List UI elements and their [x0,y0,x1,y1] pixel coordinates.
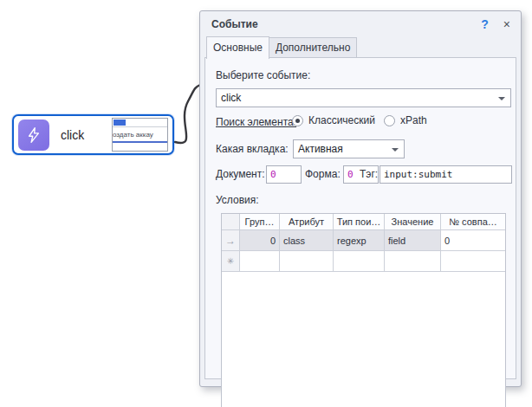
thumbnail-divider [113,126,167,127]
table-row[interactable]: → 0 class regexp field 0 [222,230,505,251]
which-tab-label: Какая вкладка: [216,143,289,155]
conditions-table[interactable]: Груп… Атрибут Тип пои… Значение № совпа…… [221,213,506,407]
cell-attribute[interactable]: class [280,230,334,251]
which-tab-combobox-value: Активная [298,143,343,155]
cell-value-empty[interactable] [385,251,441,272]
tab-page-main: Выберите событие: click Поиск элемента: … [204,57,516,379]
cell-match-no[interactable]: 0 [441,230,505,251]
dialog-titlebar: Событие ? × [200,11,521,35]
cell-match-no-empty[interactable] [441,251,505,272]
thumbnail-selection-chip [114,120,126,126]
cell-group[interactable]: 0 [240,230,280,251]
tag-label: Тэг: [360,168,378,180]
header-group[interactable]: Груп… [240,214,280,230]
table-empty-area [222,272,505,407]
new-row-star-icon: ✳ [222,251,240,272]
lightning-bolt-glyph [25,126,42,144]
form-label: Форма: [305,168,341,180]
element-search-link[interactable]: Поиск элемента: [216,116,296,128]
header-selector-cell [222,214,240,230]
cell-value[interactable]: field [385,230,441,251]
event-node[interactable]: click оздать аккау [12,114,174,155]
cell-group-empty[interactable] [240,251,280,272]
close-button[interactable]: × [503,17,510,31]
header-attribute[interactable]: Атрибут [280,214,334,230]
node-label: click [61,128,84,142]
lightning-icon [18,120,49,151]
radio-xpath[interactable]: xPath [384,114,427,126]
radio-selected-icon [292,115,303,126]
current-row-arrow-icon: → [222,230,240,251]
radio-xpath-label: xPath [400,114,427,126]
radio-classic[interactable]: Классический [292,114,375,126]
header-value[interactable]: Значение [385,214,441,230]
cell-search-type[interactable]: regexp [334,230,385,251]
event-dialog: Событие ? × Основные Дополнительно Выбер… [199,10,522,387]
header-search-type[interactable]: Тип пои… [334,214,385,230]
canvas: click оздать аккау Событие ? × Основные … [0,0,532,407]
radio-classic-label: Классический [308,114,375,126]
conditions-label: Условия: [216,194,259,206]
table-header-row: Груп… Атрибут Тип пои… Значение № совпа… [222,214,505,230]
help-button[interactable]: ? [481,17,489,31]
table-new-row[interactable]: ✳ [222,251,505,272]
radio-unselected-icon [384,115,395,126]
document-input[interactable]: 0 [266,165,302,184]
event-combobox-value: click [221,92,241,104]
tab-advanced[interactable]: Дополнительно [269,37,357,58]
cell-search-type-empty[interactable] [334,251,385,272]
dialog-title: Событие [211,18,258,30]
cell-attribute-empty[interactable] [280,251,334,272]
event-combobox[interactable]: click [216,88,511,107]
thumbnail-text: оздать аккау [113,131,167,139]
tab-strip: Основные Дополнительно [206,36,357,59]
thumbnail-underline [113,141,167,143]
event-select-label: Выберите событие: [216,69,310,81]
which-tab-combobox[interactable]: Активная [293,139,405,158]
tag-input[interactable]: input:submit [380,165,512,184]
document-label: Документ: [216,168,265,180]
chevron-down-icon [392,148,399,152]
chevron-down-icon [498,97,505,100]
tab-main[interactable]: Основные [206,36,269,59]
header-match-no[interactable]: № совпа… [441,214,505,230]
element-thumbnail: оздать аккау [112,118,168,152]
